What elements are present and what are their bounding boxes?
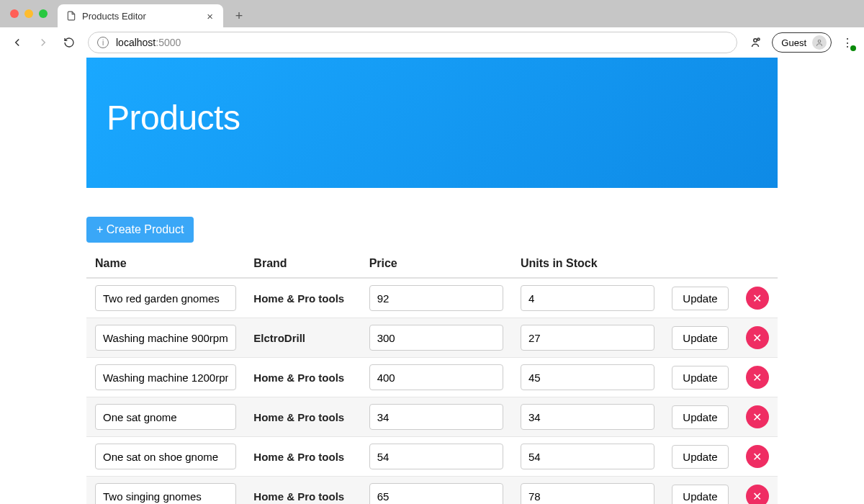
window-controls	[10, 9, 48, 18]
profile-avatar-icon	[812, 35, 827, 50]
units-input[interactable]	[521, 444, 654, 469]
svg-point-0	[754, 39, 757, 42]
browser-chrome: Products Editor × + i localhost:5000 Gue…	[0, 0, 864, 58]
close-icon: ✕	[752, 410, 762, 424]
brand-cell: Home & Pro tools	[245, 477, 360, 505]
table-row: ElctroDrillUpdate✕	[86, 318, 778, 358]
name-input[interactable]	[95, 444, 236, 469]
price-input[interactable]	[369, 404, 503, 430]
update-button[interactable]: Update	[672, 405, 728, 429]
account-icon[interactable]	[749, 36, 762, 49]
update-button[interactable]: Update	[672, 366, 728, 390]
notification-badge-icon	[850, 45, 856, 51]
units-input[interactable]	[521, 483, 654, 504]
column-header-update	[663, 250, 737, 278]
brand-cell: ElctroDrill	[245, 318, 360, 358]
toolbar-right: Guest ⋮	[749, 32, 854, 53]
price-input[interactable]	[369, 364, 503, 390]
column-header-name: Name	[86, 250, 245, 278]
svg-point-2	[818, 40, 821, 43]
table-row: Home & Pro toolsUpdate✕	[86, 477, 778, 505]
price-input[interactable]	[369, 444, 503, 469]
close-icon: ✕	[752, 490, 762, 503]
name-input[interactable]	[95, 285, 236, 311]
name-input[interactable]	[95, 364, 236, 390]
delete-button[interactable]: ✕	[746, 326, 769, 349]
delete-button[interactable]: ✕	[746, 405, 769, 428]
new-tab-button[interactable]: +	[229, 6, 249, 26]
table-row: Home & Pro toolsUpdate✕	[86, 437, 778, 477]
nav-reload-button[interactable]	[62, 35, 76, 50]
profile-button[interactable]: Guest	[772, 32, 832, 53]
name-input[interactable]	[95, 404, 236, 430]
profile-label: Guest	[781, 37, 806, 48]
column-header-brand: Brand	[245, 250, 360, 278]
delete-button[interactable]: ✕	[746, 445, 769, 468]
units-input[interactable]	[521, 285, 654, 311]
tab-close-icon[interactable]: ×	[205, 9, 215, 24]
column-header-delete	[737, 250, 778, 278]
table-row: Home & Pro toolsUpdate✕	[86, 278, 778, 318]
page-viewport: Products + Create Product Name Brand Pri…	[0, 58, 864, 504]
address-bar[interactable]: i localhost:5000	[88, 32, 737, 53]
browser-tab[interactable]: Products Editor ×	[58, 4, 223, 27]
brand-cell: Home & Pro tools	[245, 437, 360, 477]
window-close-icon[interactable]	[10, 9, 19, 18]
delete-button[interactable]: ✕	[746, 366, 769, 389]
units-input[interactable]	[521, 325, 654, 351]
page-container: Products + Create Product Name Brand Pri…	[86, 58, 778, 504]
page-title: Products	[107, 98, 757, 138]
window-zoom-icon[interactable]	[39, 9, 48, 18]
update-button[interactable]: Update	[672, 326, 728, 350]
more-menu-button[interactable]: ⋮	[842, 36, 854, 50]
table-row: Home & Pro toolsUpdate✕	[86, 358, 778, 397]
page-header: Products	[86, 58, 778, 188]
delete-button[interactable]: ✕	[746, 485, 769, 504]
update-button[interactable]: Update	[672, 287, 728, 310]
site-info-icon[interactable]: i	[97, 37, 109, 48]
price-input[interactable]	[369, 325, 503, 351]
name-input[interactable]	[95, 325, 236, 351]
units-input[interactable]	[521, 364, 654, 390]
column-header-units: Units in Stock	[512, 250, 663, 278]
create-product-button[interactable]: + Create Product	[86, 217, 194, 243]
close-icon: ✕	[752, 450, 762, 464]
browser-toolbar: i localhost:5000 Guest ⋮	[0, 27, 864, 58]
price-input[interactable]	[369, 483, 503, 504]
address-port: :5000	[156, 37, 181, 48]
tab-strip: Products Editor × +	[0, 0, 864, 27]
delete-button[interactable]: ✕	[746, 287, 769, 310]
close-icon: ✕	[752, 292, 762, 305]
brand-cell: Home & Pro tools	[245, 397, 360, 437]
brand-cell: Home & Pro tools	[245, 358, 360, 397]
products-table: Name Brand Price Units in Stock Home & P…	[86, 250, 778, 504]
update-button[interactable]: Update	[672, 445, 728, 469]
column-header-price: Price	[361, 250, 512, 278]
update-button[interactable]: Update	[672, 485, 728, 505]
nav-back-button[interactable]	[10, 35, 24, 50]
close-icon: ✕	[752, 331, 762, 345]
name-input[interactable]	[95, 483, 236, 504]
nav-forward-button	[36, 35, 50, 50]
units-input[interactable]	[521, 404, 654, 430]
close-icon: ✕	[752, 371, 762, 384]
price-input[interactable]	[369, 285, 503, 311]
tab-title: Products Editor	[82, 11, 146, 22]
table-row: Home & Pro toolsUpdate✕	[86, 397, 778, 437]
address-host: localhost	[116, 37, 156, 48]
page-favicon-icon	[66, 11, 76, 21]
svg-point-1	[757, 38, 760, 40]
address-text: localhost:5000	[116, 37, 181, 48]
window-minimize-icon[interactable]	[24, 9, 33, 18]
brand-cell: Home & Pro tools	[245, 278, 360, 318]
